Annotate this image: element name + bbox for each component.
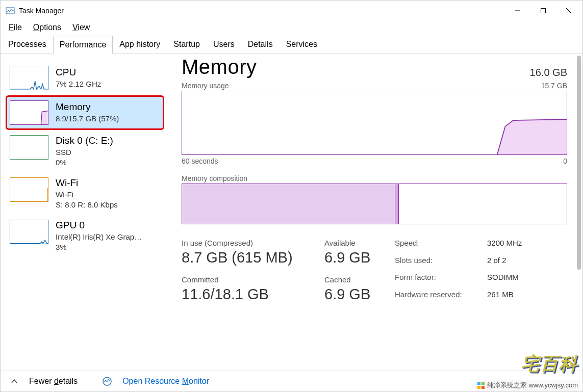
sidebar-item-wifi[interactable]: Wi-Fi Wi-Fi S: 8.0 R: 8.0 Kbps [6, 172, 164, 215]
slots-value: 2 of 2 [487, 256, 522, 269]
memory-thumb-icon [10, 100, 48, 125]
usage-chart-xleft: 60 seconds [182, 157, 218, 165]
menu-view[interactable]: View [72, 23, 90, 32]
memory-composition-chart [182, 184, 567, 224]
tab-startup[interactable]: Startup [167, 35, 207, 53]
sidebar-gpu-sub1: Intel(R) Iris(R) Xe Grap… [56, 232, 142, 242]
sidebar-wifi-title: Wi-Fi [56, 177, 118, 189]
app-icon [6, 6, 15, 15]
tab-processes[interactable]: Processes [2, 35, 53, 53]
sidebar-memory-title: Memory [56, 101, 119, 113]
speed-value: 3200 MHz [487, 239, 522, 252]
committed-label: Committed [182, 275, 315, 284]
tab-strip: Processes Performance App history Startu… [1, 35, 582, 54]
maximize-button[interactable] [530, 1, 556, 21]
slots-label: Slots used: [395, 256, 484, 269]
available-value: 6.9 GB [324, 249, 381, 266]
menu-options[interactable]: Options [33, 23, 61, 32]
close-button[interactable] [556, 1, 581, 21]
sidebar-cpu-sub: 7% 2.12 GHz [56, 79, 101, 89]
sidebar-item-disk[interactable]: Disk 0 (C: E:) SSD 0% [6, 130, 164, 172]
comp-seg-standby [399, 184, 567, 224]
sidebar-disk-sub2: 0% [56, 158, 113, 168]
formfactor-value: SODIMM [487, 273, 522, 286]
memory-total: 16.0 GB [530, 67, 567, 79]
sidebar-memory-sub: 8.9/15.7 GB (57%) [56, 114, 119, 124]
content-scrollbar[interactable] [574, 54, 582, 371]
committed-value: 11.6/18.1 GB [182, 286, 315, 303]
wifi-thumb-icon [10, 177, 48, 202]
footer: Fewer details Open Resource Monitor [1, 371, 582, 391]
formfactor-label: Form factor: [395, 273, 484, 286]
sidebar-gpu-title: GPU 0 [56, 220, 142, 231]
sidebar-wifi-sub2: S: 8.0 R: 8.0 Kbps [56, 200, 118, 210]
cached-label: Cached [324, 275, 381, 284]
fewer-details-button[interactable]: Fewer details [29, 377, 78, 386]
comp-seg-modified [395, 184, 399, 224]
performance-sidebar: CPU 7% 2.12 GHz Memory 8.9/15.7 GB (57%) [1, 54, 166, 371]
speed-label: Speed: [395, 239, 484, 252]
hwreserved-label: Hardware reserved: [395, 290, 484, 303]
menu-file[interactable]: File [9, 23, 22, 32]
usage-chart-xright: 0 [563, 157, 567, 165]
sidebar-item-memory[interactable]: Memory 8.9/15.7 GB (57%) [6, 95, 164, 130]
sidebar-item-cpu[interactable]: CPU 7% 2.12 GHz [6, 61, 164, 95]
sidebar-cpu-title: CPU [56, 67, 101, 78]
window-title: Task Manager [19, 7, 64, 15]
tab-performance[interactable]: Performance [53, 36, 113, 54]
svg-rect-2 [541, 9, 546, 13]
inuse-value: 8.7 GB (615 MB) [182, 249, 315, 266]
hwreserved-value: 261 MB [487, 290, 522, 303]
composition-label: Memory composition [182, 174, 567, 182]
cached-value: 6.9 GB [324, 286, 381, 303]
tab-app-history[interactable]: App history [113, 35, 167, 53]
cpu-thumb-icon [10, 66, 48, 90]
sidebar-item-gpu[interactable]: GPU 0 Intel(R) Iris(R) Xe Grap… 3% [6, 215, 164, 257]
sidebar-wifi-sub1: Wi-Fi [56, 190, 118, 200]
tab-details[interactable]: Details [241, 35, 280, 53]
memory-usage-chart [182, 91, 567, 155]
tab-users[interactable]: Users [207, 35, 241, 53]
resource-monitor-icon [102, 376, 112, 386]
sidebar-disk-sub1: SSD [56, 147, 113, 158]
page-title: Memory [182, 56, 257, 79]
usage-chart-ymax: 15.7 GB [541, 82, 567, 90]
comp-seg-inuse [182, 184, 395, 224]
available-label: Available [324, 239, 381, 247]
sidebar-disk-title: Disk 0 (C: E:) [56, 135, 113, 146]
open-resource-monitor-link[interactable]: Open Resource Monitor [122, 377, 209, 386]
titlebar: Task Manager [1, 1, 582, 21]
inuse-label: In use (Compressed) [182, 239, 315, 247]
minimize-button[interactable] [505, 1, 530, 21]
memory-detail-pane: Memory 16.0 GB Memory usage 15.7 GB 60 s… [166, 54, 582, 371]
gpu-thumb-icon [10, 220, 48, 244]
sidebar-gpu-sub2: 3% [56, 242, 142, 252]
usage-chart-label: Memory usage [182, 82, 229, 90]
menubar: File Options View [1, 21, 582, 35]
disk-thumb-icon [10, 135, 48, 160]
tab-services[interactable]: Services [280, 35, 324, 53]
chevron-up-icon[interactable] [10, 377, 19, 386]
